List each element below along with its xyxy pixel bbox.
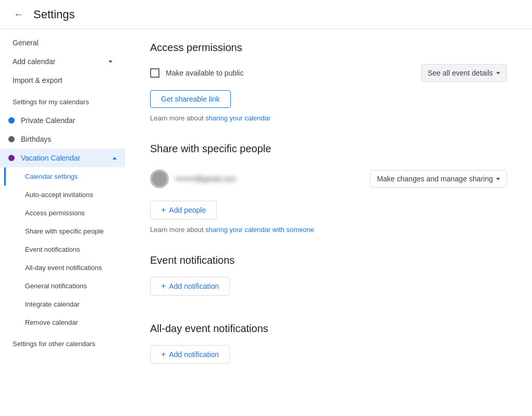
shareable-link-button[interactable]: Get shareable link	[150, 90, 231, 108]
make-public-checkbox[interactable]	[150, 68, 159, 78]
birthdays-label: Birthdays	[21, 135, 51, 143]
submenu-item-remove[interactable]: Remove calendar	[4, 313, 125, 332]
vacation-dot	[8, 155, 15, 161]
back-button[interactable]: ←	[8, 4, 29, 25]
make-public-label: Make available to public	[166, 69, 243, 77]
plus-icon-notif: +	[161, 282, 166, 291]
sidebar-item-general[interactable]: General	[0, 33, 125, 52]
main-layout: General Add calendar Import & export Set…	[0, 29, 532, 416]
sidebar-item-vacation-calendar[interactable]: Vacation Calendar	[0, 149, 125, 167]
make-public-row: Make available to public See all event d…	[150, 64, 507, 82]
manage-sharing-dropdown[interactable]: Make changes and manage sharing	[370, 170, 507, 188]
submenu-item-share-specific[interactable]: Share with specific people	[4, 222, 125, 240]
back-arrow-icon: ←	[14, 8, 24, 20]
submenu-item-auto-accept[interactable]: Auto-accept invitations	[4, 186, 125, 204]
my-calendars-header: Settings for my calendars	[0, 90, 125, 111]
event-notifications-section: Event notifications + Add notification	[150, 254, 507, 302]
avatar	[150, 169, 169, 188]
add-people-label: Add people	[169, 206, 206, 214]
submenu-item-general-notifications[interactable]: General notifications	[4, 277, 125, 295]
sidebar-item-add-calendar[interactable]: Add calendar	[0, 52, 125, 71]
other-calendars-header: Settings for other calendars	[0, 332, 125, 353]
chevron-down-icon	[108, 60, 113, 63]
share-people-section: Share with specific people ••••••••@gmai…	[150, 143, 507, 234]
page-title: Settings	[33, 8, 75, 21]
access-learn-more: Learn more about sharing your calendar	[150, 114, 507, 122]
add-notification-button[interactable]: + Add notification	[150, 277, 230, 296]
plus-icon: +	[161, 205, 166, 215]
vacation-submenu: Calendar settings Auto-accept invitation…	[0, 167, 125, 332]
access-learn-more-prefix: Learn more about	[150, 114, 205, 122]
access-permissions-title: Access permissions	[150, 42, 507, 54]
see-all-chevron-icon	[496, 72, 500, 75]
event-notifications-title: Event notifications	[150, 254, 507, 266]
add-notification-label: Add notification	[169, 282, 219, 290]
avatar-inner	[152, 172, 167, 186]
add-allday-notification-button[interactable]: + Add notification	[150, 345, 230, 364]
sidebar-item-birthdays[interactable]: Birthdays	[0, 130, 125, 149]
share-learn-more-prefix: Learn more about	[150, 226, 205, 234]
sidebar-item-import-export[interactable]: Import & export	[0, 71, 125, 90]
access-permissions-section: Access permissions Make available to pub…	[150, 42, 507, 122]
submenu-item-calendar-settings[interactable]: Calendar settings	[4, 167, 125, 186]
birthdays-dot	[8, 136, 15, 142]
submenu-item-integrate[interactable]: Integrate calendar	[4, 295, 125, 313]
private-calendar-label: Private Calendar	[21, 116, 75, 125]
see-all-dropdown[interactable]: See all event details	[421, 64, 507, 82]
add-allday-notification-label: Add notification	[169, 350, 219, 359]
make-public-checkbox-container: Make available to public	[150, 68, 421, 78]
content: Access permissions Make available to pub…	[125, 29, 532, 416]
share-learn-more-link[interactable]: sharing your calendar with someone	[205, 226, 314, 234]
chevron-up-icon	[113, 157, 117, 160]
header: ← Settings	[0, 0, 532, 29]
access-learn-more-link[interactable]: sharing your calendar	[205, 114, 270, 122]
manage-chevron-icon	[496, 178, 500, 180]
manage-sharing-label: Make changes and manage sharing	[377, 175, 493, 183]
allday-notifications-title: All-day event notifications	[150, 323, 507, 335]
share-people-title: Share with specific people	[150, 143, 507, 155]
see-all-label: See all event details	[428, 69, 493, 77]
plus-icon-allday: +	[161, 350, 166, 359]
submenu-item-access-permissions[interactable]: Access permissions	[4, 204, 125, 222]
submenu-item-event-notifications[interactable]: Event notifications	[4, 240, 125, 259]
add-people-button[interactable]: + Add people	[150, 201, 217, 219]
add-calendar-label: Add calendar	[13, 57, 56, 66]
person-email: ••••••••@gmail.com	[175, 175, 370, 183]
vacation-calendar-label: Vacation Calendar	[21, 154, 80, 162]
sidebar-item-private-calendar[interactable]: Private Calendar	[0, 111, 125, 130]
private-calendar-dot	[8, 117, 15, 124]
person-row: ••••••••@gmail.com Make changes and mana…	[150, 165, 507, 192]
submenu-item-allday-notifications[interactable]: All-day event notifications	[4, 259, 125, 277]
sidebar: General Add calendar Import & export Set…	[0, 29, 125, 416]
share-learn-more: Learn more about sharing your calendar w…	[150, 226, 507, 234]
allday-notifications-section: All-day event notifications + Add notifi…	[150, 323, 507, 370]
